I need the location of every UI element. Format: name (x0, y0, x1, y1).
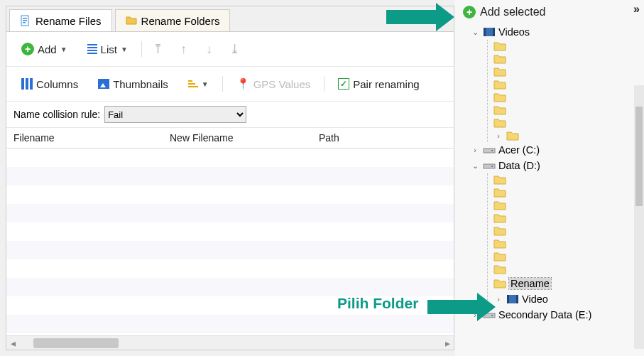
tree-label: Videos (498, 26, 530, 38)
move-up-button[interactable]: ↑ (175, 40, 193, 58)
tree-subfolder[interactable] (493, 78, 641, 91)
collision-select[interactable]: Fail (104, 106, 246, 123)
tree-label: Rename (509, 278, 551, 289)
tree-label: Data (D:) (498, 160, 540, 171)
move-down-button[interactable]: ↓ (200, 40, 219, 58)
expand-icon[interactable]: › (493, 295, 503, 303)
col-filename[interactable]: Filename (13, 132, 170, 144)
tree-label: Acer (C:) (498, 144, 540, 156)
thumbnails-button[interactable]: Thumbnails (92, 75, 175, 94)
col-path[interactable]: Path (319, 132, 447, 144)
move-bottom-button[interactable]: ⤓ (226, 40, 244, 58)
expand-icon[interactable]: › (470, 311, 480, 319)
list-icon (87, 44, 97, 54)
tree-node-acer[interactable]: › Acer (C:) (470, 142, 641, 158)
collapse-icon[interactable]: ⌄ (470, 161, 480, 171)
svg-rect-2 (23, 20, 27, 21)
scroll-thumb[interactable] (635, 107, 643, 206)
checkbox-checked-icon: ✓ (338, 78, 349, 90)
add-selected-label: Add selected (480, 6, 546, 18)
main-panel: Rename Files Rename Folders + Add ▼ List… (6, 6, 454, 350)
tree-node-data[interactable]: ⌄ Data (D:) (470, 158, 641, 173)
tree-node-secondary[interactable]: › Secondary Data (E:) (470, 307, 641, 323)
tabs: Rename Files Rename Folders (6, 6, 454, 32)
tab-rename-folders[interactable]: Rename Folders (115, 9, 231, 31)
chevron-down-icon: ▼ (60, 45, 67, 53)
tree-subfolder[interactable] (493, 91, 641, 104)
pin-icon: 📍 (236, 77, 250, 90)
folder-icon (126, 15, 137, 26)
collapse-icon[interactable]: ⌄ (470, 28, 480, 37)
tree-node-video[interactable]: › Video (493, 291, 641, 307)
data-children: Rename › Video (487, 173, 641, 307)
drive-icon (483, 309, 496, 320)
thumbnails-icon (98, 79, 109, 89)
tree-subfolder[interactable] (493, 250, 641, 263)
pair-label: Pair renaming (353, 78, 419, 90)
folder-tree-panel: » + Add selected ⌄ Videos (454, 0, 644, 356)
scroll-left-icon[interactable]: ◂ (6, 338, 19, 349)
tree-subfolder[interactable]: › (493, 129, 641, 142)
tree-subfolder[interactable] (493, 104, 641, 117)
pair-renaming-toggle[interactable]: ✓ Pair renaming (332, 75, 425, 94)
videos-children: › (487, 40, 641, 142)
tree-subfolder[interactable] (493, 40, 641, 53)
table-header: Filename New Filename Path (6, 128, 454, 149)
sort-icon (188, 80, 198, 87)
svg-rect-3 (23, 22, 26, 23)
svg-rect-7 (484, 149, 495, 153)
svg-rect-10 (491, 166, 493, 167)
add-button[interactable]: + Add ▼ (15, 39, 74, 59)
tree-subfolder[interactable] (493, 65, 641, 78)
svg-rect-1 (23, 18, 27, 19)
svg-rect-12 (507, 295, 509, 303)
add-selected-button[interactable]: + Add selected (460, 4, 641, 24)
columns-button[interactable]: Columns (15, 75, 84, 94)
expand-icon[interactable]: › (493, 131, 503, 140)
tree-subfolder[interactable] (493, 225, 641, 237)
gps-values-button[interactable]: 📍 GPS Values (230, 74, 317, 94)
folder-icon (493, 278, 506, 289)
svg-rect-8 (491, 150, 493, 151)
columns-icon (21, 78, 33, 90)
divider (324, 76, 324, 92)
expand-panel-button[interactable]: » (633, 3, 640, 16)
tree-subfolder[interactable] (493, 117, 641, 129)
scroll-right-icon[interactable]: ▸ (441, 338, 454, 349)
divider (222, 76, 223, 92)
file-table[interactable] (6, 149, 454, 335)
film-icon (506, 293, 519, 305)
expand-icon[interactable]: › (470, 146, 480, 154)
toolbar-main: + Add ▼ List ▼ ⤒ ↑ ↓ ⤓ (6, 32, 454, 67)
tree-label: Video (522, 293, 548, 305)
horizontal-scrollbar[interactable]: ◂ ▸ (6, 335, 454, 350)
tree-node-videos[interactable]: ⌄ Videos (470, 24, 641, 40)
move-top-button[interactable]: ⤒ (149, 40, 168, 58)
toolbar-view: Columns Thumbnails ▼ 📍 GPS Values ✓ Pair… (6, 67, 454, 102)
tree-subfolder[interactable] (493, 53, 641, 65)
tree-subfolder[interactable] (493, 237, 641, 250)
tree-node-rename[interactable]: Rename (493, 276, 641, 291)
thumbnails-label: Thumbnails (113, 78, 168, 90)
drive-icon (483, 144, 496, 156)
tree-subfolder[interactable] (493, 212, 641, 225)
tab-label: Rename Files (36, 15, 102, 27)
svg-rect-6 (493, 28, 495, 36)
add-label: Add (38, 43, 57, 55)
tree-subfolder[interactable] (493, 173, 641, 186)
vertical-scrollbar[interactable] (634, 85, 644, 349)
tab-rename-files[interactable]: Rename Files (9, 9, 112, 31)
tree-subfolder[interactable] (493, 199, 641, 212)
col-new-filename[interactable]: New Filename (170, 132, 319, 144)
chevron-down-icon: ▼ (202, 80, 209, 88)
list-label: List (101, 43, 117, 55)
svg-rect-13 (516, 295, 518, 303)
sort-button[interactable]: ▼ (182, 77, 215, 92)
columns-label: Columns (36, 78, 78, 90)
scroll-thumb[interactable] (33, 338, 119, 348)
tree-subfolder[interactable] (493, 186, 641, 199)
tree-label: Secondary Data (E:) (498, 309, 591, 320)
list-button[interactable]: List ▼ (81, 40, 134, 59)
tree-subfolder[interactable] (493, 263, 641, 276)
file-icon (20, 15, 31, 26)
